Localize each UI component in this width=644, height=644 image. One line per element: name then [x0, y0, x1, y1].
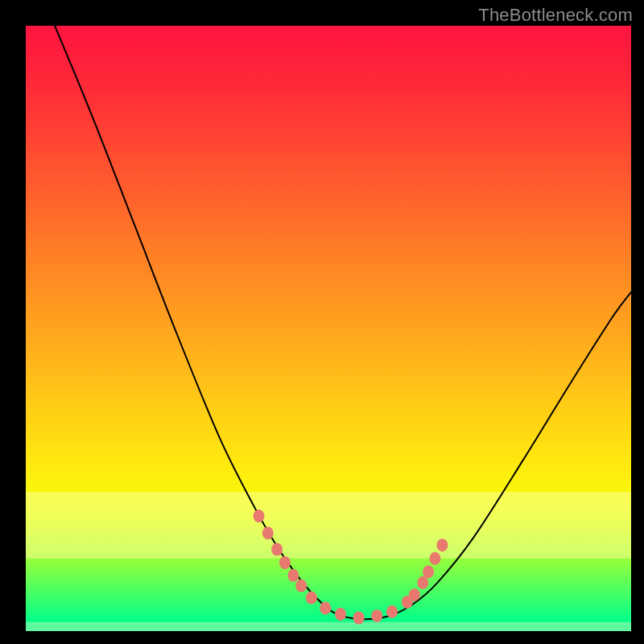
svg-point-15 [417, 576, 428, 589]
svg-point-11 [371, 609, 382, 622]
svg-point-18 [436, 539, 448, 551]
svg-point-9 [335, 608, 346, 621]
svg-point-2 [262, 526, 274, 539]
svg-point-5 [287, 569, 299, 582]
curve-markers [254, 510, 448, 624]
svg-point-6 [295, 580, 307, 592]
svg-point-16 [423, 565, 434, 578]
svg-point-3 [271, 543, 283, 556]
plot-area [26, 26, 631, 631]
watermark-text: TheBottleneck.com [478, 5, 633, 26]
svg-point-8 [320, 601, 331, 614]
frame: TheBottleneck.com [0, 0, 644, 644]
svg-point-10 [353, 612, 365, 625]
svg-point-12 [386, 605, 398, 618]
bottleneck-curve [26, 26, 631, 631]
svg-point-14 [409, 588, 420, 601]
svg-point-1 [254, 510, 265, 522]
svg-point-4 [279, 556, 291, 569]
svg-point-7 [306, 592, 317, 605]
svg-point-17 [429, 552, 440, 565]
